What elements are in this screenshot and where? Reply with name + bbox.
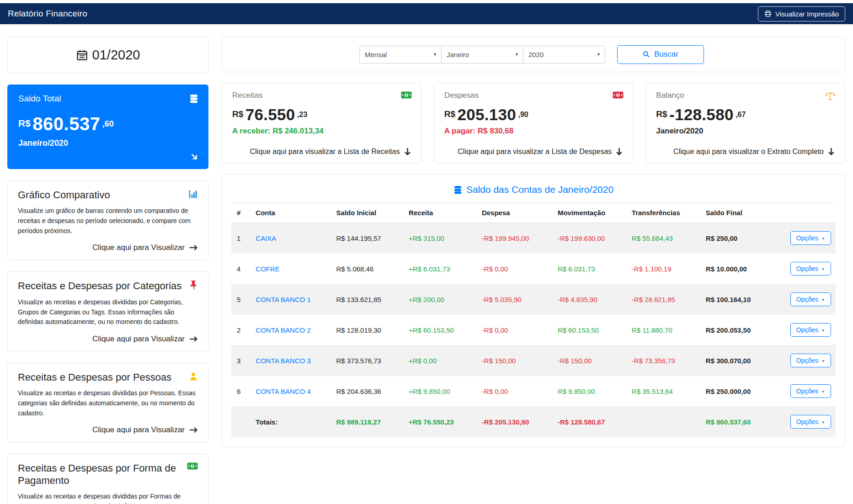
- pushpin-icon: [190, 280, 198, 290]
- cell-movimentacao: -R$ 199.630,00: [552, 223, 626, 254]
- options-button-label: Opções: [796, 418, 818, 425]
- options-button-label: Opções: [796, 387, 818, 395]
- despesas-list-link[interactable]: Clique aqui para visualizar a Lista de D…: [444, 148, 623, 157]
- bar-chart-icon: [188, 189, 198, 199]
- arrow-down-icon: [404, 148, 411, 156]
- caret-down-icon: ▼: [821, 329, 825, 333]
- cell-despesa: -R$ 0,00: [476, 254, 552, 284]
- receitas-card: Receitas $ R$ 76.550 ,23 A receber: R$ 2: [222, 83, 421, 164]
- report-card-description: Visualize um gráfico de barras contendo …: [18, 206, 198, 236]
- year-select[interactable]: 2020: [523, 46, 605, 64]
- caret-down-icon: ▼: [821, 267, 825, 271]
- search-button-label: Buscar: [654, 50, 678, 59]
- table-row: 4COFRER$ 5.068,46+R$ 6.031,73-R$ 0,00R$ …: [231, 254, 836, 284]
- column-header: Saldo Final: [700, 203, 785, 223]
- cell-saldo-inicial: R$ 204.636,36: [331, 376, 403, 407]
- scales-icon: [825, 91, 836, 101]
- caret-down-icon: ▼: [821, 390, 825, 394]
- database-icon: [189, 94, 198, 104]
- cell-saldo-inicial: R$ 128.019,30: [331, 315, 403, 345]
- period-display-card[interactable]: 01/2020: [7, 37, 208, 73]
- account-link[interactable]: CONTA BANCO 2: [256, 326, 311, 334]
- print-preview-label: Visualizar Impressão: [775, 10, 839, 18]
- row-number: 2: [231, 315, 250, 345]
- options-button-label: Opções: [796, 265, 818, 272]
- table-row: 1CAIXAR$ 144.195,57+R$ 315,00-R$ 199.945…: [231, 223, 836, 254]
- accounts-table-card: Saldo das Contas de Janeiro/2020 #ContaS…: [222, 174, 845, 447]
- receitas-amount: R$ 76.550 ,23: [232, 106, 411, 124]
- totals-row: Totais:R$ 989.118,27+R$ 76.550,23-R$ 205…: [231, 407, 836, 437]
- amount-integer: 205.130: [457, 106, 516, 123]
- account-link[interactable]: CAIXA: [256, 234, 276, 242]
- column-header: #: [231, 203, 250, 223]
- top-gap: [0, 0, 853, 3]
- navbar: Relatório Financeiro Visualizar Impressã…: [0, 3, 853, 24]
- report-card-link[interactable]: Clique aqui para Visualizar: [18, 334, 198, 344]
- accounts-table-title-text: Saldo das Contas de Janeiro/2020: [466, 184, 613, 195]
- svg-text:$: $: [405, 93, 407, 97]
- main-content: Mensal ▼ Janeiro ▼ 2020 ▼: [222, 37, 845, 447]
- column-header: Receita: [403, 203, 476, 223]
- cell-transferencias: R$ 55.684,43: [626, 223, 700, 254]
- report-card-link-label: Clique aqui para Visualizar: [92, 425, 185, 435]
- summary-row: Receitas $ R$ 76.550 ,23 A receber: R$ 2: [222, 83, 845, 164]
- report-card-link[interactable]: Clique aqui para Visualizar: [18, 243, 198, 252]
- report-card-title: Gráfico Comparativo: [18, 189, 110, 201]
- cell-despesa: -R$ 0,00: [476, 315, 552, 345]
- options-button-label: Opções: [796, 357, 818, 364]
- extrato-completo-link-label: Clique aqui para visualizar o Extrato Co…: [673, 148, 824, 156]
- cell-receita: +R$ 0,00: [403, 345, 476, 376]
- balanco-label: Balanço: [656, 91, 835, 100]
- report-card-title: Receitas e Despesas por Forma de Pagamen…: [18, 462, 182, 487]
- row-number: 3: [231, 345, 250, 376]
- account-link[interactable]: CONTA BANCO 4: [256, 387, 311, 395]
- row-number: 6: [231, 376, 250, 407]
- cell-movimentacao: -R$ 150,00: [552, 345, 626, 376]
- options-button[interactable]: Opções▼: [790, 231, 831, 245]
- column-header: Movimentação: [552, 203, 626, 223]
- a-receber-text: A receber: R$ 246.013,34: [232, 127, 411, 136]
- extrato-completo-link[interactable]: Clique aqui para visualizar o Extrato Co…: [656, 148, 835, 157]
- arrow-right-icon: [189, 244, 198, 251]
- saldo-total-card[interactable]: Saldo Total R$ 860.537 ,60 Janeiro/2020: [7, 85, 208, 169]
- print-preview-button[interactable]: Visualizar Impressão: [758, 6, 845, 21]
- a-pagar-text: A pagar: R$ 830,68: [444, 127, 623, 136]
- caret-down-icon: ▼: [821, 237, 825, 241]
- receitas-list-link[interactable]: Clique aqui para visualizar a Lista de R…: [232, 148, 411, 157]
- arrow-right-icon: [189, 335, 198, 343]
- cell-despesa: -R$ 5.035,90: [476, 284, 552, 315]
- options-button[interactable]: Opções▼: [790, 292, 831, 306]
- totals-cell-receita: +R$ 76.550,23: [403, 407, 476, 437]
- balanco-amount: R$ -128.580 ,67: [656, 106, 835, 124]
- options-button[interactable]: Opções▼: [790, 354, 831, 367]
- column-header: Saldo Inicial: [331, 203, 403, 223]
- search-button[interactable]: Buscar: [617, 45, 704, 64]
- options-button[interactable]: Opções▼: [790, 415, 831, 429]
- cell-saldo-final: R$ 250.000,00: [700, 376, 785, 407]
- column-header-actions: [785, 203, 836, 223]
- report-card-link[interactable]: Clique aqui para Visualizar: [18, 425, 198, 435]
- options-button[interactable]: Opções▼: [790, 323, 831, 337]
- totals-label: Totais:: [250, 407, 331, 437]
- saldo-period-label: Janeiro/2020: [18, 138, 197, 148]
- search-icon: [643, 51, 650, 58]
- person-icon: [189, 371, 198, 382]
- month-select[interactable]: Janeiro: [441, 46, 523, 64]
- svg-text:$: $: [618, 93, 619, 97]
- options-button[interactable]: Opções▼: [790, 262, 831, 276]
- cell-transferencias: R$ 35.513,64: [626, 376, 700, 407]
- despesas-label: Despesas: [444, 91, 623, 100]
- period-type-select[interactable]: Mensal: [359, 46, 442, 64]
- account-link[interactable]: COFRE: [256, 265, 280, 273]
- row-number: 5: [231, 284, 250, 315]
- account-link[interactable]: CONTA BANCO 3: [256, 357, 311, 365]
- account-link[interactable]: CONTA BANCO 1: [256, 296, 311, 303]
- options-button[interactable]: Opções▼: [790, 384, 831, 398]
- totals-cell-movimentacao: -R$ 128.580,67: [552, 407, 626, 437]
- money-bill-icon: $: [401, 91, 412, 99]
- sidebar: 01/2020 Saldo Total R$ 860.537 ,60 Janei…: [7, 37, 208, 504]
- receitas-list-link-label: Clique aqui para visualizar a Lista de R…: [250, 148, 400, 156]
- database-icon: [453, 185, 462, 195]
- receitas-label: Receitas: [232, 91, 411, 100]
- cell-saldo-inicial: R$ 144.195,57: [331, 223, 403, 254]
